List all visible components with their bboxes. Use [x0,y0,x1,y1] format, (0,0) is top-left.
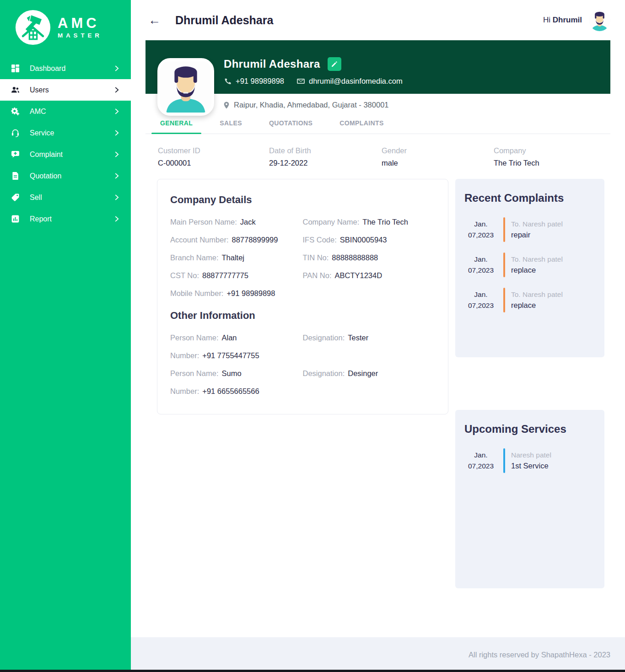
chat-bubble-icon [11,150,20,159]
service-person: Naresh patel [511,451,551,459]
complaint-assignee: To. Naresh patel [511,290,563,299]
sidebar-item-service[interactable]: Service [0,122,131,144]
pencil-icon [331,61,338,68]
phone-icon [224,77,232,85]
complaint-accent-bar [503,288,505,312]
field-value: Jack [240,218,256,226]
chevron-right-icon [115,173,119,179]
service-accent-bar [503,448,505,473]
field-value: Desinger [348,369,378,377]
field-value: 88877777775 [202,271,248,280]
logo-title: AMC [58,16,102,31]
other-information-title: Other Information [170,310,435,322]
field-value: Tester [348,333,368,342]
summary-company: Company The Trio Tech [494,146,610,167]
field-label: Company Name: [303,218,360,226]
summary-value: male [382,159,494,167]
sidebar-item-report[interactable]: Report [0,208,131,230]
sidebar-item-quotation[interactable]: Quotation [0,165,131,187]
tab-general[interactable]: GENERAL [157,119,195,134]
field-value: Sumo [221,369,241,377]
profile-phone: +91 98989898 [236,77,284,86]
sidebar-item-label: Report [30,215,52,223]
complaint-item[interactable]: Jan.07,2023 To. Naresh patelreplace [464,253,595,277]
field-value: 88888888888 [332,253,378,262]
chevron-right-icon [115,216,119,222]
main-area: ← Dhrumil Adeshara Hi Dhrumil [131,0,625,672]
sidebar-item-complaint[interactable]: Complaint [0,144,131,165]
company-details-card: Company Details Main Person Name:Jack Co… [157,179,448,414]
sidebar-item-dashboard[interactable]: Dashboard [0,58,131,79]
top-header: ← Dhrumil Adeshara Hi Dhrumil [131,0,625,40]
field-label: Mobile Number: [170,289,223,297]
field-value: +91 6655665566 [202,387,259,395]
field-value: Alan [221,333,237,342]
upcoming-services-card: Upcoming Services Jan.07,2023 Naresh pat… [455,410,604,588]
field-value: +91 98989898 [226,289,275,297]
tab-quotations[interactable]: QUOTATIONS [266,119,315,134]
avatar-illustration [160,61,211,113]
summary-date-of-birth: Date of Birth 29-12-2022 [269,146,382,167]
chevron-right-icon [115,194,119,200]
field-value: +91 7755447755 [202,351,259,360]
summary-label: Company [494,146,610,155]
field-label: Person Name: [170,333,218,342]
sidebar-item-sell[interactable]: Sell [0,187,131,208]
field-value: SBIN0005943 [340,236,387,244]
tab-complaints[interactable]: COMPLAINTS [337,119,387,134]
complaint-subject: replace [511,266,563,274]
profile-address: Raipur, Khadia, Ahmedabad, Gujarat - 380… [234,101,388,109]
complaint-subject: replace [511,301,563,310]
field-label: CST No: [170,271,199,280]
field-label: Designation: [303,369,345,377]
field-label: Number: [170,387,199,395]
field-value: The Trio Tech [362,218,408,226]
complaint-assignee: To. Naresh patel [511,220,563,228]
bottom-edge-strip [0,670,625,672]
app-logo: AMC MASTER [0,0,131,58]
sidebar-item-amc[interactable]: AMC [0,101,131,122]
sidebar-item-label: AMC [30,108,46,116]
sidebar-menu: Dashboard Users AMC Service Complaint Qu… [0,58,131,230]
profile-name: Dhrumil Adeshara [224,58,320,70]
summary-label: Gender [382,146,494,155]
greeting-username: Dhrumil [553,16,582,24]
email-icon [297,77,305,85]
location-pin-icon [223,101,230,109]
service-item[interactable]: Jan.07,2023 Naresh patel1st Service [464,448,595,473]
field-row: Person Name:Sumo Designation:Desinger [170,369,435,378]
chevron-right-icon [115,87,119,93]
footer: All rights reserved by ShapathHexa - 202… [131,637,625,672]
field-row: Number:+91 6655665566 [170,387,435,396]
summary-label: Date of Birth [269,146,382,155]
field-value: ABCTY1234D [334,271,382,280]
user-avatar[interactable] [589,10,610,31]
summary-value: 29-12-2022 [269,159,382,167]
user-greeting: Hi Dhrumil [543,16,582,25]
field-label: TIN No: [303,253,329,262]
chevron-right-icon [115,108,119,114]
headset-icon [11,129,20,137]
field-label: Person Name: [170,369,218,377]
greeting-prefix: Hi [543,16,550,24]
back-button[interactable]: ← [145,14,163,27]
tab-sales[interactable]: SALES [217,119,245,134]
customer-summary: Customer ID C-000001 Date of Birth 29-12… [158,146,610,167]
recent-complaints-card: Recent Complaints Jan.07,2023 To. Naresh… [455,179,604,357]
edit-profile-button[interactable] [328,57,341,71]
copyright-text: All rights reserved by ShapathHexa - 202… [469,650,610,659]
field-label: Account Number: [170,236,228,244]
complaint-item[interactable]: Jan.07,2023 To. Naresh patelrepair [464,217,595,242]
field-row: CST No:88877777775 PAN No:ABCTY1234D [170,271,435,280]
summary-label: Customer ID [158,146,269,155]
sidebar-item-label: Service [30,129,54,137]
sidebar-item-users[interactable]: Users [0,79,131,101]
users-icon [11,86,20,94]
bar-chart-icon [11,215,20,223]
field-value: 88778899999 [232,236,278,244]
field-label: IFS Code: [303,236,337,244]
complaint-item[interactable]: Jan.07,2023 To. Naresh patelreplace [464,288,595,312]
complaint-date: Jan.07,2023 [464,254,497,276]
summary-value: C-000001 [158,159,269,167]
amc-master-logo-icon [15,9,51,46]
